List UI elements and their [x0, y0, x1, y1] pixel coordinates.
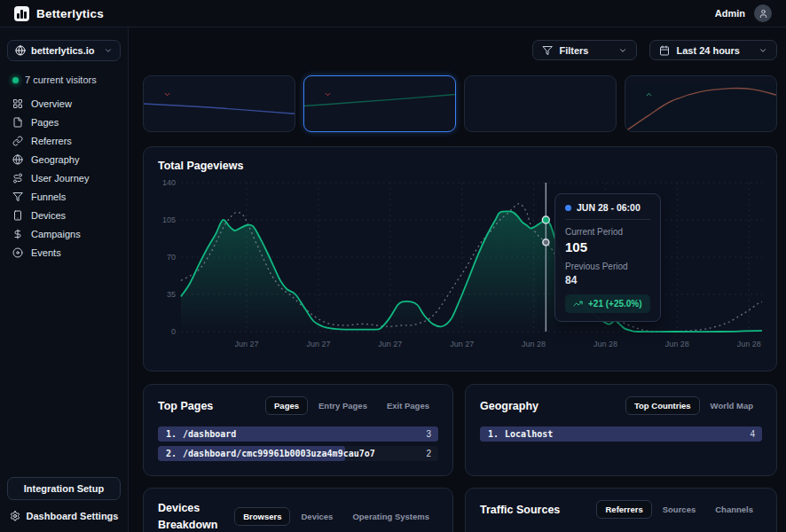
- list-item[interactable]: 1.Localhost4: [480, 426, 762, 442]
- filters-button[interactable]: Filters: [532, 40, 637, 60]
- sidebar-item-label: Pages: [31, 117, 59, 128]
- tab-browsers[interactable]: Browsers: [234, 507, 290, 526]
- sidebar-item-geography[interactable]: Geography: [7, 150, 121, 168]
- dashboard-settings-label: Dashboard Settings: [27, 511, 119, 521]
- svg-text:105: 105: [162, 215, 176, 224]
- site-selector[interactable]: betterlytics.io: [7, 40, 121, 61]
- sparkline: [144, 76, 295, 131]
- list-item[interactable]: 1./dashboard3: [158, 426, 438, 442]
- sidebar-nav: OverviewPagesReferrersGeographyUser Jour…: [7, 94, 121, 262]
- traffic-sources-card: Traffic Sources ReferrersSourcesChannels: [465, 488, 777, 532]
- tab-pages[interactable]: Pages: [265, 396, 308, 415]
- brand: Betterlytics: [14, 6, 104, 21]
- sidebar: betterlytics.io 7 current visitors Overv…: [0, 27, 129, 532]
- globe-icon: [15, 45, 26, 56]
- betterlytics-logo-icon: [14, 6, 29, 21]
- sidebar-item-devices[interactable]: Devices: [7, 206, 121, 224]
- integration-setup-button[interactable]: Integration Setup: [7, 477, 121, 500]
- devices-breakdown-title: Devices Breakdown: [158, 500, 222, 532]
- trending-up-icon: [573, 299, 583, 309]
- item-value: 4: [750, 429, 762, 439]
- tooltip-series-dot: [565, 205, 571, 211]
- top-pages-rows: 1./dashboard32./dashboard/cmc99961b0003u…: [158, 426, 438, 461]
- item-label: /dashboard/cmc99961b0003uza4m9cau7o7: [183, 449, 375, 458]
- chevron-up-icon: [645, 90, 653, 98]
- bottom-cards: Top Pages PagesEntry PagesExit Pages 1./…: [143, 384, 777, 532]
- stat-delta: [163, 90, 173, 98]
- chart-tooltip: JUN 28 - 06:00 Current Period 105 Previo…: [554, 193, 661, 322]
- item-rank: 1.: [166, 429, 177, 439]
- stat-card-unique-visitors[interactable]: [143, 75, 295, 132]
- date-range-button[interactable]: Last 24 hours: [649, 40, 777, 60]
- tab-exit-pages[interactable]: Exit Pages: [378, 396, 438, 415]
- svg-text:35: 35: [167, 290, 176, 299]
- sidebar-item-funnels[interactable]: Funnels: [7, 187, 121, 206]
- sidebar-bottom: Integration Setup Dashboard Settings: [7, 477, 121, 523]
- tab-channels[interactable]: Channels: [706, 500, 762, 519]
- tab-sources[interactable]: Sources: [654, 500, 705, 519]
- stat-card-total-pageviews[interactable]: [303, 75, 456, 132]
- user-avatar[interactable]: [754, 4, 772, 22]
- sparkline: [304, 76, 455, 131]
- svg-text:0: 0: [171, 327, 176, 336]
- list-item[interactable]: 2./dashboard/cmc99961b0003uza4m9cau7o72: [158, 446, 438, 461]
- stat-card-bounce-rate[interactable]: [464, 75, 617, 132]
- filters-label: Filters: [559, 45, 588, 56]
- chart-area[interactable]: 03570105140Jun 27Jun 27Jun 27Jun 27Jun 2…: [158, 177, 762, 353]
- date-range-label: Last 24 hours: [676, 45, 740, 56]
- svg-text:Jun 28: Jun 28: [737, 340, 761, 348]
- tab-entry-pages[interactable]: Entry Pages: [310, 396, 376, 415]
- svg-text:Jun 27: Jun 27: [378, 340, 402, 348]
- stat-delta: [645, 90, 655, 98]
- traffic-sources-tabs: ReferrersSourcesChannels: [596, 500, 762, 519]
- svg-text:140: 140: [162, 178, 176, 187]
- tab-referrers[interactable]: Referrers: [596, 500, 651, 519]
- stat-cards: [143, 75, 777, 132]
- current-period-label: Current Period: [565, 227, 650, 237]
- svg-text:Jun 28: Jun 28: [522, 340, 546, 348]
- sidebar-item-label: Funnels: [31, 192, 66, 202]
- gear-icon: [10, 511, 20, 521]
- chevron-down-icon: [163, 90, 171, 98]
- geography-rows: 1.Localhost4: [480, 426, 762, 442]
- live-dot: [12, 77, 19, 83]
- sidebar-item-label: User Journey: [31, 173, 89, 184]
- traffic-sources-title: Traffic Sources: [480, 504, 560, 516]
- sidebar-item-referrers[interactable]: Referrers: [7, 131, 121, 150]
- sidebar-item-events[interactable]: Events: [7, 243, 121, 262]
- globe-icon: [12, 154, 23, 165]
- svg-text:Jun 27: Jun 27: [306, 340, 330, 348]
- geography-tabs: Top CountriesWorld Map: [625, 396, 762, 415]
- item-value: 3: [426, 429, 438, 439]
- devices-tabs: BrowsersDevicesOperating Systems: [234, 507, 438, 526]
- previous-period-value: 84: [565, 274, 650, 286]
- previous-period-label: Previous Period: [565, 262, 650, 271]
- grid-icon: [12, 98, 23, 109]
- sidebar-item-overview[interactable]: Overview: [7, 94, 121, 113]
- topbar: Betterlytics Admin: [0, 0, 786, 27]
- svg-text:Jun 27: Jun 27: [234, 340, 258, 348]
- link-icon: [12, 136, 23, 146]
- dashboard-settings[interactable]: Dashboard Settings: [7, 509, 121, 523]
- file-icon: [12, 117, 23, 128]
- tab-operating-systems[interactable]: Operating Systems: [343, 507, 438, 526]
- item-rank: 1.: [488, 429, 499, 439]
- tab-world-map[interactable]: World Map: [702, 396, 762, 415]
- stat-card-avg-visit-duration[interactable]: [625, 75, 777, 132]
- tab-devices[interactable]: Devices: [292, 507, 342, 526]
- chart-title: Total Pageviews: [158, 160, 762, 172]
- sidebar-item-label: Devices: [31, 210, 66, 221]
- item-label: Localhost: [505, 429, 553, 439]
- sidebar-item-user-journey[interactable]: User Journey: [7, 168, 121, 187]
- item-rank: 2.: [166, 449, 177, 458]
- smartphone-icon: [12, 210, 23, 221]
- sidebar-item-campaigns[interactable]: Campaigns: [7, 224, 121, 243]
- chevron-down-icon: [104, 46, 113, 55]
- stat-delta: [324, 90, 334, 98]
- sidebar-item-pages[interactable]: Pages: [7, 113, 121, 131]
- current-period-value: 105: [565, 239, 650, 254]
- target-icon: [12, 247, 23, 258]
- sparkline: [625, 76, 776, 131]
- tab-top-countries[interactable]: Top Countries: [625, 396, 700, 415]
- user-icon: [758, 9, 768, 19]
